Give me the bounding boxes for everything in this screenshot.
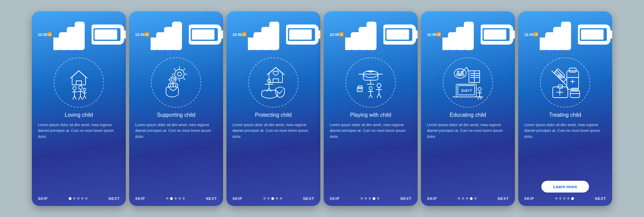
icon-circle <box>540 57 590 108</box>
nav-dot-3 <box>178 197 181 200</box>
svg-rect-3 <box>77 24 83 48</box>
svg-text:2 1: 2 1 <box>358 89 361 91</box>
status-bar: 12:00 📶 <box>38 16 120 53</box>
status-bar: 12:00 📶 <box>330 16 412 53</box>
svg-rect-22 <box>151 40 156 48</box>
wifi-icon: 📶 <box>339 32 344 37</box>
svg-line-124 <box>564 83 566 85</box>
nav-dot-0 <box>555 197 557 200</box>
nav-bar: SKIP NEXT <box>135 194 217 201</box>
next-button[interactable]: NEXT <box>498 197 509 201</box>
svg-rect-51 <box>272 24 277 48</box>
heart-gears-hand-icon <box>149 56 203 109</box>
battery-icon <box>383 16 418 53</box>
svg-rect-63 <box>369 24 374 48</box>
svg-rect-91 <box>513 30 515 38</box>
screen-title-playing: Playing with child <box>350 112 391 118</box>
nav-dot-0 <box>69 197 71 200</box>
screen-desc-educating: Lorem ipsum dolor sit dim amet, mea regi… <box>427 122 509 194</box>
svg-point-94 <box>457 71 459 73</box>
svg-line-20 <box>83 96 85 99</box>
skip-button[interactable]: SKIP <box>524 197 534 201</box>
nav-bar: SKIP NEXT <box>232 194 314 201</box>
nav-dot-4 <box>182 197 185 200</box>
status-time: 12:00 <box>38 33 47 37</box>
nav-dot-1 <box>365 197 367 200</box>
svg-rect-89 <box>466 24 472 48</box>
battery-icon <box>189 16 223 53</box>
svg-rect-128 <box>569 68 576 72</box>
svg-line-59 <box>269 88 271 92</box>
svg-line-36 <box>183 78 185 79</box>
svg-line-58 <box>267 88 269 92</box>
status-icons: 📶 <box>145 16 223 53</box>
status-icons: 📶 <box>47 16 126 53</box>
svg-line-114 <box>478 96 480 99</box>
wifi-icon: 📶 <box>242 32 247 37</box>
next-button[interactable]: NEXT <box>206 197 217 201</box>
skip-button[interactable]: SKIP <box>232 197 243 201</box>
skip-button[interactable]: SKIP <box>330 197 340 201</box>
svg-rect-6 <box>95 29 117 40</box>
icon-circle <box>54 57 104 108</box>
screen-title-supporting: Supporting child <box>157 112 196 118</box>
svg-rect-0 <box>53 40 59 48</box>
nav-dot-0 <box>263 197 266 200</box>
screen-title-educating: Educating child <box>450 112 486 118</box>
svg-point-81 <box>369 87 372 90</box>
nav-bar: SKIP NEXT <box>427 194 509 201</box>
nav-dot-3 <box>470 197 473 200</box>
screen-desc-treating: Lorem ipsum dolor sit dim amet, mea regi… <box>524 122 606 177</box>
battery-icon <box>481 16 515 53</box>
next-button[interactable]: NEXT <box>595 197 606 201</box>
child-shield-house-icon <box>247 56 300 109</box>
medicine-icon <box>538 56 592 109</box>
svg-line-79 <box>377 94 379 98</box>
svg-rect-53 <box>318 30 320 38</box>
wifi-icon: 📶 <box>145 32 149 37</box>
signal-icon <box>53 16 90 53</box>
next-button[interactable]: NEXT <box>400 197 412 201</box>
svg-rect-133 <box>558 85 562 88</box>
svg-rect-2 <box>69 29 74 48</box>
signal-icon <box>540 16 577 53</box>
skip-button[interactable]: SKIP <box>38 197 48 201</box>
nav-dot-2 <box>563 197 566 200</box>
signal-icon <box>248 16 285 53</box>
nav-dot-4 <box>377 197 379 200</box>
svg-rect-62 <box>361 29 366 48</box>
svg-rect-60 <box>345 40 351 48</box>
battery-icon <box>578 16 612 53</box>
skip-button[interactable]: SKIP <box>135 197 145 201</box>
nav-dots <box>458 197 477 200</box>
svg-rect-86 <box>442 40 448 48</box>
wifi-icon: 📶 <box>47 32 52 37</box>
phone-screen-protecting: 12:00 📶 <box>226 11 320 206</box>
nav-dot-0 <box>166 197 168 200</box>
learn-more-button[interactable]: Learn more <box>541 181 589 193</box>
icon-circle <box>151 57 201 108</box>
svg-point-12 <box>79 86 83 89</box>
nav-dot-3 <box>373 197 375 200</box>
signal-icon <box>442 16 479 53</box>
next-button[interactable]: NEXT <box>303 197 314 201</box>
screens-container: 12:00 📶 <box>25 5 619 213</box>
nav-dot-3 <box>81 197 84 200</box>
svg-point-29 <box>175 69 184 79</box>
nav-dots <box>166 197 185 200</box>
next-button[interactable]: NEXT <box>109 197 120 201</box>
phone-screen-supporting: 12:00 📶 <box>129 11 223 206</box>
phone-screen-loving: 12:00 📶 <box>32 11 126 206</box>
svg-rect-48 <box>248 40 253 48</box>
svg-rect-28 <box>192 29 214 40</box>
screen-desc-loving: Lorem ipsum dolor sit dim amet, mea regi… <box>38 122 120 194</box>
svg-rect-61 <box>353 35 359 48</box>
phone-screen-educating: 12:00 📶 <box>421 11 515 206</box>
skip-button[interactable]: SKIP <box>427 197 437 201</box>
svg-rect-5 <box>123 30 126 38</box>
svg-rect-92 <box>484 29 506 40</box>
nav-dot-1 <box>73 197 75 200</box>
svg-rect-122 <box>581 29 603 40</box>
screen-title-loving: Loving child <box>65 112 93 118</box>
svg-line-115 <box>480 96 481 99</box>
